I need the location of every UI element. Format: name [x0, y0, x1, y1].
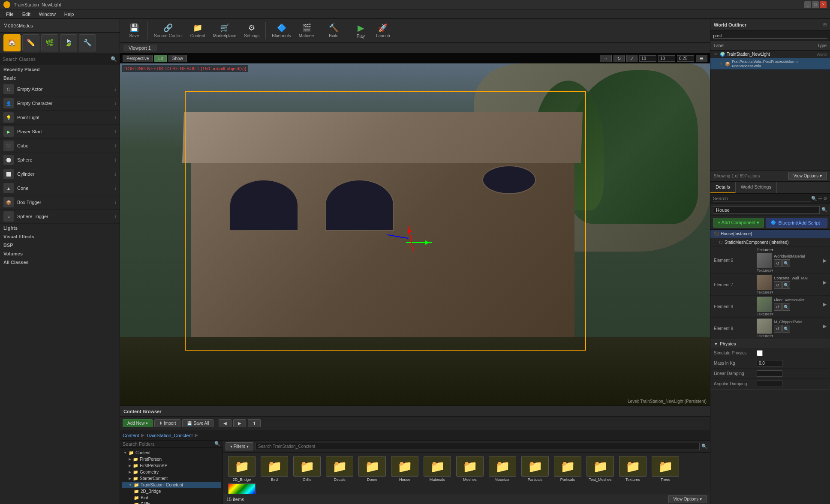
empty-actor-info[interactable]: ℹ — [114, 87, 116, 92]
tree-content[interactable]: ▼ 📁 Content — [122, 450, 221, 456]
element9-expand[interactable]: ▶ — [823, 323, 827, 329]
sphere-info[interactable]: ℹ — [114, 158, 116, 162]
details-search-input[interactable] — [713, 196, 811, 201]
angle-input[interactable] — [658, 55, 675, 62]
content-search-input[interactable] — [255, 443, 700, 450]
section-visual-effects-header[interactable]: Visual Effects — [0, 232, 120, 241]
back-button[interactable]: ◀ — [219, 419, 232, 427]
element6-expand[interactable]: ▶ — [823, 258, 827, 264]
details-list-icon[interactable]: ☰ — [818, 196, 822, 201]
class-empty-character[interactable]: 👤 Empty Character ℹ — [0, 96, 120, 111]
mode-foliage[interactable]: 🍃 — [60, 34, 77, 51]
translate-btn[interactable]: ↔ — [600, 55, 612, 62]
tree-startercontent[interactable]: ▶ 📁 StarterContent — [122, 475, 221, 482]
perspective-btn[interactable]: Perspective — [123, 55, 153, 62]
folder-search-icon[interactable]: 🔍 — [214, 441, 220, 447]
launch-button[interactable]: 🚀 Launch — [372, 21, 394, 40]
mat-btn-search-9[interactable]: 🔍 — [782, 325, 790, 333]
menu-file[interactable]: File — [2, 11, 18, 18]
section-basic-header[interactable]: Basic — [0, 74, 120, 82]
folder-2dbridge[interactable]: 📁 2D_Bridge — [226, 456, 257, 482]
content-search-icon[interactable]: 🔍 — [701, 444, 707, 449]
content-button[interactable]: 📁 Content — [187, 21, 209, 40]
folder-search-input[interactable] — [123, 441, 214, 447]
details-search-icon[interactable]: 🔍 — [811, 196, 817, 201]
section-volumes-header[interactable]: Volumes — [0, 249, 120, 258]
folder-mountain[interactable]: 📁 Mountain — [487, 456, 518, 482]
class-empty-actor[interactable]: ⬡ Empty Actor ℹ — [0, 82, 120, 96]
folder-particals2[interactable]: 📁 Particals — [552, 456, 583, 482]
angular-damping-input[interactable]: 0.0 — [757, 381, 782, 387]
physics-section-header[interactable]: ▼ Physics — [710, 340, 830, 348]
folder-lut01[interactable]: lut01 — [226, 483, 257, 494]
element7-expand[interactable]: ▶ — [823, 279, 827, 285]
mat-btn-reset-6[interactable]: ↺ — [774, 259, 782, 267]
blueprints-button[interactable]: 🔷 Blueprints — [268, 21, 294, 40]
mode-geometry[interactable]: 🔧 — [79, 34, 96, 51]
tree-firstperson[interactable]: ▶ 📁 FirstPerson — [122, 456, 221, 462]
cone-info[interactable]: ℹ — [114, 186, 116, 191]
matinee-button[interactable]: 🎬 Matinee — [295, 21, 318, 40]
cylinder-info[interactable]: ℹ — [114, 172, 116, 177]
class-player-start[interactable]: ▶ Player Start ℹ — [0, 125, 120, 139]
section-bsp-header[interactable]: BSP — [0, 241, 120, 249]
cb-view-options-button[interactable]: View Options ▾ — [668, 495, 707, 503]
scale-input[interactable] — [677, 55, 694, 62]
forward-button[interactable]: ▶ — [233, 419, 246, 427]
wo-postprocess-item[interactable]: 👁 📦 PostProcessVolu..PostProcessVolume P… — [710, 58, 830, 70]
section-all-classes-header[interactable]: All Classes — [0, 258, 120, 267]
world-outliner-search-input[interactable] — [713, 33, 827, 39]
section-recently-placed-header[interactable]: Recently Placed — [0, 65, 120, 74]
viewport-container[interactable]: Perspective Lit Show ↔ ↻ ⤢ ☰ — [120, 53, 710, 405]
tree-firstpersonbp[interactable]: ▶ 📁 FirstPersonBP — [122, 462, 221, 469]
class-point-light[interactable]: 💡 Point Light ℹ — [0, 111, 120, 125]
close-button[interactable]: ✕ — [820, 1, 827, 8]
component-house-instance[interactable]: ⬛ House(Instance) — [710, 230, 830, 238]
viewport-options-btn[interactable]: ☰ — [696, 55, 707, 62]
cube-info[interactable]: ℹ — [114, 144, 116, 148]
menu-window[interactable]: Window — [35, 11, 60, 18]
player-start-info[interactable]: ℹ — [114, 129, 116, 134]
path-content[interactable]: Content — [123, 433, 139, 438]
source-control-button[interactable]: 🔗 Source Control — [150, 21, 186, 40]
viewport-scene[interactable]: LIGHTING NEEDS TO BE REBUILT (150 unbuil… — [120, 63, 710, 405]
minimize-button[interactable]: _ — [804, 1, 811, 8]
folder-particals1[interactable]: 📁 Particals — [520, 456, 550, 482]
folder-test-meshes[interactable]: 📁 Test_Meshes — [585, 456, 616, 482]
save-all-button[interactable]: 💾 Save All — [182, 419, 214, 427]
mat-btn-search-8[interactable]: 🔍 — [782, 303, 790, 311]
folder-materials[interactable]: 📁 Materials — [422, 456, 453, 482]
tree-trainstation-conctent[interactable]: ▼ 📁 TrainStation_Conctent — [122, 482, 221, 488]
tab-details[interactable]: Details — [710, 182, 736, 193]
tab-world-settings[interactable]: World Settings — [736, 182, 777, 193]
path-trainstation[interactable]: TrainStation_Conctent — [146, 433, 193, 438]
save-button[interactable]: 💾 Save — [123, 21, 145, 40]
show-btn[interactable]: Show — [168, 55, 187, 62]
actor-search-icon[interactable]: 🔍 — [821, 207, 827, 213]
blueprint-button[interactable]: 🔷 Blueprint/Add Script — [766, 218, 827, 228]
tree-2dbridge[interactable]: 📁 2D_Bridge — [122, 488, 221, 495]
empty-character-info[interactable]: ℹ — [114, 101, 116, 106]
mode-paint[interactable]: ✏️ — [22, 34, 39, 51]
grid-input[interactable] — [639, 55, 656, 62]
maximize-button[interactable]: □ — [812, 1, 819, 8]
point-light-info[interactable]: ℹ — [114, 115, 116, 120]
scale-btn[interactable]: ⤢ — [626, 55, 638, 62]
search-classes-icon[interactable]: 🔍 — [111, 56, 117, 62]
rotate-btn[interactable]: ↻ — [613, 55, 625, 62]
class-sphere[interactable]: ⚪ Sphere ℹ — [0, 153, 120, 167]
import-button[interactable]: ⬇ Import — [154, 419, 180, 427]
marketplace-button[interactable]: 🛒 Marketplace — [210, 21, 240, 40]
viewport-tab[interactable]: Viewport 1 — [123, 45, 156, 51]
lit-btn[interactable]: Lit — [154, 55, 167, 62]
tree-geometry[interactable]: ▶ 📁 Geometry — [122, 469, 221, 475]
class-cylinder[interactable]: ⬜ Cylinder ℹ — [0, 167, 120, 181]
element8-expand[interactable]: ▶ — [823, 301, 827, 307]
menu-edit[interactable]: Edit — [18, 11, 35, 18]
folder-textures[interactable]: 📁 Textures — [617, 456, 648, 482]
folder-bird[interactable]: 📁 Bird — [259, 456, 290, 482]
folder-trees[interactable]: 📁 Trees — [650, 456, 681, 482]
mat-btn-search-7[interactable]: 🔍 — [782, 281, 790, 289]
folder-meshes[interactable]: 📁 Meshes — [454, 456, 485, 482]
mat-btn-reset-7[interactable]: ↺ — [774, 281, 782, 289]
